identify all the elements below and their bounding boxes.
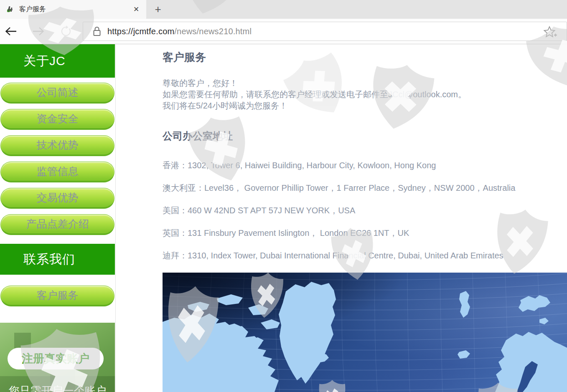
sidebar-item-product-spread-intro[interactable]: 产品点差介绍	[0, 214, 114, 235]
url-host: https://jcmtfe.com	[107, 27, 174, 36]
url-text: https://jcmtfe.com/news/news210.html	[107, 27, 252, 36]
site-favicon	[6, 5, 15, 14]
sidebar-item-trading-advantage[interactable]: 交易优势	[0, 188, 114, 209]
back-arrow-icon	[5, 26, 17, 37]
address-dubai: 迪拜：1310, Index Tower, Dubai Internationa…	[163, 250, 503, 261]
address-australia: 澳大利亚：Level36， Governor Phillip Tower，1 F…	[163, 182, 515, 194]
tab-close-icon[interactable]: ✕	[130, 4, 142, 15]
screenshot-root: 客户服务 ✕ + https://jcmtfe.com	[0, 0, 567, 392]
tab-bar: 客户服务 ✕ +	[0, 0, 567, 19]
greeting-line-2: 如果您需要任何帮助，请联系您的客户经理或发送电子邮件至JCcl@outlook.…	[163, 89, 466, 100]
page-title: 客户服务	[163, 50, 206, 65]
sidebar-item-tech-advantage[interactable]: 技术优势	[0, 135, 114, 156]
city-building-silhouette	[14, 333, 31, 349]
world-map-image	[163, 273, 567, 392]
greeting-line-3: 我们将在5/24小时竭诚为您服务！	[163, 100, 287, 111]
back-button[interactable]	[2, 22, 20, 40]
register-real-account-button[interactable]: 注册真实账户	[8, 348, 104, 369]
address-usa: 美国：460 W 42ND ST APT 57J NEW YORK，USA	[163, 205, 355, 216]
register-promo-banner: 注册真实账户 您只需开启一个账户	[0, 323, 115, 392]
address-bar[interactable]: https://jcmtfe.com/news/news210.html	[83, 22, 567, 41]
new-tab-button[interactable]: +	[150, 0, 166, 19]
forward-button[interactable]	[29, 22, 48, 40]
greeting-line-1: 尊敬的客户，您好！	[163, 78, 238, 89]
sidebar-item-company-intro[interactable]: 公司简述	[0, 83, 114, 104]
tab-title: 客户服务	[19, 5, 130, 14]
sidebar-item-regulatory-info[interactable]: 监管信息	[0, 162, 114, 182]
main-content: 客户服务 尊敬的客户，您好！ 如果您需要任何帮助，请联系您的客户经理或发送电子邮…	[163, 44, 567, 392]
url-path: /news/news210.html	[174, 27, 252, 36]
browser-tab[interactable]: 客户服务 ✕	[0, 0, 146, 19]
forward-arrow-icon	[32, 26, 45, 37]
address-uk: 英国：131 Finsbury Pavement Islington， Lond…	[163, 228, 409, 239]
refresh-button[interactable]	[57, 22, 75, 40]
lock-icon	[92, 26, 102, 37]
sidebar: 关于JC 公司简述 资金安全 技术优势 监管信息 交易优势 产品点差介绍 联系我…	[0, 44, 116, 392]
promo-caption: 您只需开启一个账户	[0, 384, 115, 392]
sidebar-section-about: 关于JC	[0, 44, 115, 78]
sidebar-section-contact: 联系我们	[0, 244, 115, 275]
favorites-star-icon[interactable]	[543, 25, 557, 39]
address-hongkong: 香港：1302, Tower 6, Haiwei Building, Harbo…	[163, 160, 436, 171]
sidebar-item-customer-service[interactable]: 客户服务	[0, 286, 114, 306]
sidebar-item-fund-safety[interactable]: 资金安全	[0, 109, 114, 130]
browser-navbar: https://jcmtfe.com/news/news210.html	[0, 19, 567, 44]
refresh-icon	[60, 25, 72, 37]
address-section-title: 公司办公室地址	[163, 129, 233, 143]
